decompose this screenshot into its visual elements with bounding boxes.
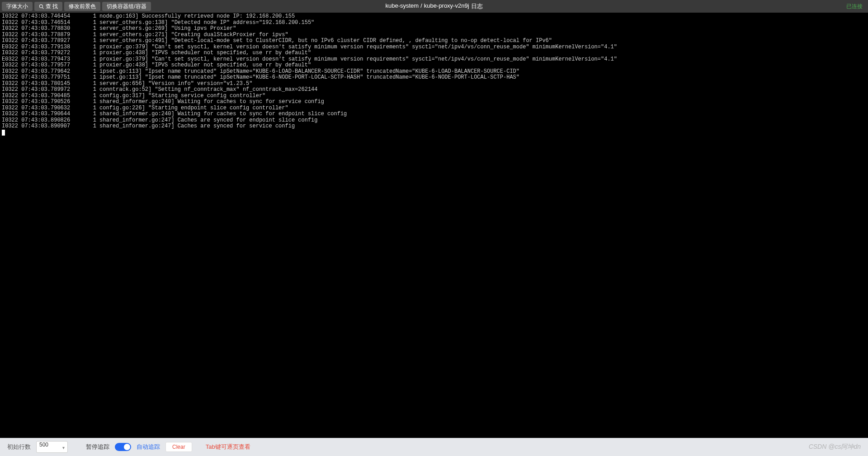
search-button[interactable]: 查 找 [34,2,62,11]
log-line: I0322 07:43:03.790526 1 shared_informer.… [2,99,866,105]
bottom-bar: 初始行数 500 ▾ 暂停追踪 自动追踪 Clear Tab键可逐页查看 CSD… [0,438,868,456]
toggle-knob [124,444,130,450]
log-line: I0322 07:43:03.790644 1 shared_informer.… [2,111,866,118]
log-line: I0322 07:43:03.779642 1 ipset.go:113] "I… [2,69,866,75]
initial-lines-select[interactable]: 500 ▾ [36,441,68,453]
toolbar-buttons: 字体大小 查 找 修改前景色 切换容器组/容器 [2,2,151,11]
change-fg-color-button[interactable]: 修改前景色 [64,2,100,11]
auto-track-label: 自动追踪 [137,443,160,451]
log-line: I0322 07:43:03.779577 1 proxier.go:438] … [2,62,866,69]
log-line: I0322 07:43:03.790485 1 config.go:317] "… [2,93,866,99]
log-line: I0322 07:43:03.790632 1 config.go:226] "… [2,105,866,112]
breadcrumb-pod: kube-proxy-v2n9j [424,2,469,10]
initial-lines-label: 初始行数 [7,443,31,451]
log-line: I0322 07:43:03.890826 1 shared_informer.… [2,118,866,124]
log-line: I0322 07:43:03.890907 1 shared_informer.… [2,123,866,130]
tab-hint: Tab键可逐页查看 [206,443,250,451]
switch-container-button[interactable]: 切换容器组/容器 [102,2,151,11]
clear-button[interactable]: Clear [165,442,192,452]
breadcrumb-suffix: 日志 [471,2,483,10]
svg-point-0 [39,5,42,8]
status-connected: 已连接 [846,3,866,10]
log-line: E0322 07:43:03.779138 1 proxier.go:379] … [2,44,866,51]
log-line: I0322 07:43:03.778879 1 server_others.go… [2,32,866,38]
chevron-down-icon: ▾ [62,445,65,450]
breadcrumb-separator: / [420,2,422,10]
log-line: I0322 07:43:03.789972 1 conntrack.go:52]… [2,87,866,93]
initial-lines-value: 500 [39,442,48,448]
log-line: I0322 07:43:03.778927 1 server_others.go… [2,38,866,44]
svg-line-1 [42,7,44,9]
breadcrumb-namespace: kube-system [385,2,419,10]
log-line: I0322 07:43:03.746514 1 server_others.go… [2,20,866,26]
breadcrumb: kube-system / kube-proxy-v2n9j 日志 [385,2,482,10]
log-line: I0322 07:43:03.780145 1 server.go:656] "… [2,81,866,87]
pause-track-label: 暂停追踪 [86,443,109,451]
terminal-cursor [2,130,5,136]
top-bar: 字体大小 查 找 修改前景色 切换容器组/容器 kube-system / ku… [0,0,868,13]
log-line: I0322 07:43:03.778830 1 server_others.go… [2,26,866,32]
font-size-button[interactable]: 字体大小 [2,2,33,11]
log-terminal[interactable]: I0322 07:43:03.746454 1 node.go:163] Suc… [0,13,868,438]
pause-track-toggle[interactable] [115,443,131,451]
log-line: I0322 07:43:03.779272 1 proxier.go:438] … [2,50,866,56]
log-line: I0322 07:43:03.779751 1 ipset.go:113] "I… [2,75,866,81]
log-line: I0322 07:43:03.746454 1 node.go:163] Suc… [2,14,866,20]
log-line: E0322 07:43:03.779473 1 proxier.go:379] … [2,56,866,63]
search-button-label: 查 找 [46,3,58,10]
watermark: CSDN @cs阿坤dn [809,443,861,451]
search-icon [39,4,44,9]
